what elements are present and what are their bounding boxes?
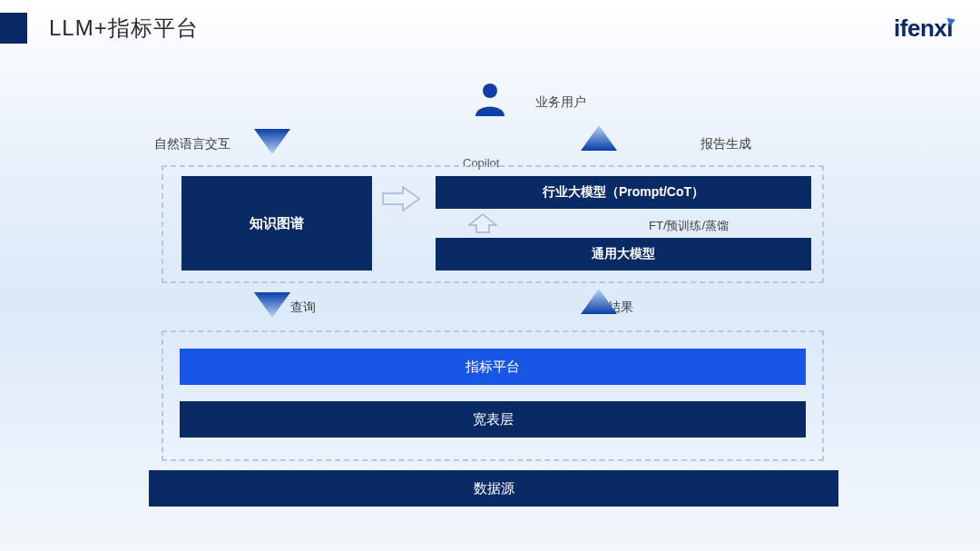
label-report-gen: 报告生成 [701,136,751,153]
arrow-up-icon [581,125,617,151]
box-knowledge-graph: 知识图谱 [181,176,372,271]
arrow-down-icon [254,129,290,154]
box-metric-platform: 指标平台 [180,349,806,385]
arrow-up-outline-icon [467,212,498,234]
user-label: 业务用户 [535,94,586,111]
label-query: 查询 [290,300,316,316]
label-ft-pretrain-distill: FT/预训练/蒸馏 [649,218,729,234]
title-wrap: LLM+指标平台 [0,13,199,44]
box-data-source: 数据源 [149,470,838,507]
box-industry-model: 行业大模型（Prompt/CoT） [436,176,811,209]
box-wide-table-layer: 宽表层 [180,401,806,438]
header: LLM+指标平台 ifenxi [0,0,980,53]
arrow-down-icon [254,292,290,318]
label-natural-language: 自然语言交互 [154,136,230,153]
page-title: LLM+指标平台 [49,14,199,43]
svg-point-0 [483,84,497,98]
arrow-right-icon [381,185,421,212]
title-accent-bar [0,13,27,44]
user-icon [472,80,508,120]
diagram-stage: 业务用户 自然语言交互 报告生成 Copilot 知识图谱 行业大模型（Prom… [0,58,980,551]
brand-logo: ifenxi [894,15,953,43]
box-general-model: 通用大模型 [436,238,811,271]
